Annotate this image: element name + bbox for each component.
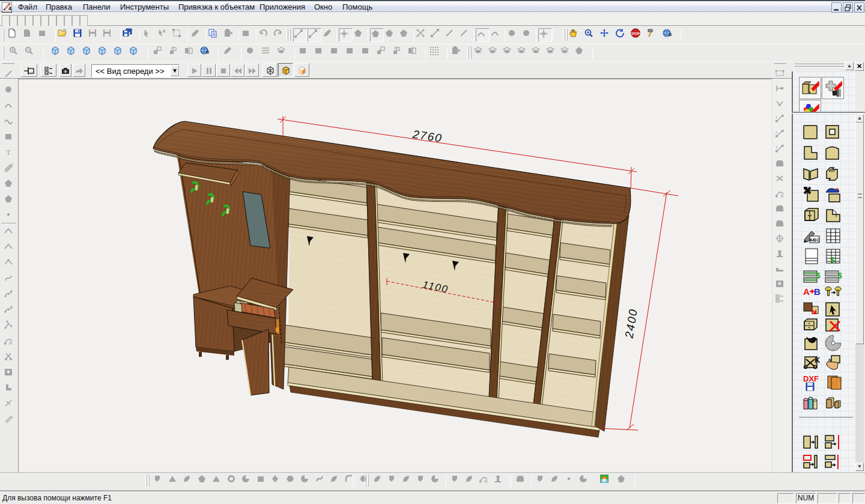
svg-text:ABC: ABC (809, 237, 820, 243)
svg-text:DXF: DXF (803, 374, 819, 383)
svg-text:S: S (669, 32, 672, 37)
svg-text:$: $ (816, 272, 821, 280)
svg-text:T: T (6, 148, 11, 157)
svg-text:STOP: STOP (631, 32, 640, 35)
svg-text:S: S (206, 49, 209, 55)
svg-text:R: R (484, 479, 488, 484)
svg-text:R: R (780, 193, 784, 198)
svg-text:1: 1 (775, 115, 778, 119)
svg-text:1: 1 (775, 145, 778, 149)
svg-text:$: $ (830, 255, 835, 264)
svg-text:B: B (814, 287, 821, 297)
svg-text:K: K (815, 356, 821, 365)
svg-text:1: 1 (775, 130, 778, 134)
svg-text:R: R (9, 341, 13, 345)
svg-text:$: $ (838, 272, 842, 280)
svg-text:4: 4 (8, 5, 11, 11)
svg-text:A: A (803, 287, 810, 297)
